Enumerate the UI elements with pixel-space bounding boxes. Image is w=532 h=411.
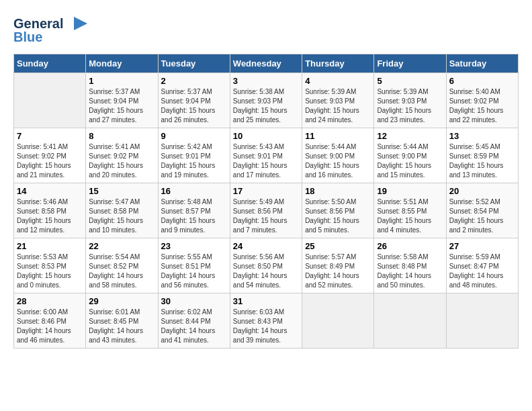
- day-info: Sunrise: 5:44 AMSunset: 9:00 PMDaylight:…: [377, 142, 443, 180]
- calendar-cell: 4Sunrise: 5:39 AMSunset: 9:03 PMDaylight…: [302, 73, 374, 128]
- day-number: 3: [233, 76, 299, 86]
- svg-marker-2: [74, 17, 87, 30]
- calendar-cell: 19Sunrise: 5:51 AMSunset: 8:55 PMDayligh…: [374, 183, 446, 238]
- calendar-cell: 29Sunrise: 6:01 AMSunset: 8:45 PMDayligh…: [86, 293, 158, 349]
- calendar-cell: 1Sunrise: 5:37 AMSunset: 9:04 PMDaylight…: [86, 73, 158, 128]
- logo: General Blue: [13, 13, 87, 47]
- day-number: 1: [89, 76, 154, 86]
- day-info: Sunrise: 5:40 AMSunset: 9:02 PMDaylight:…: [449, 87, 515, 125]
- calendar-cell: 17Sunrise: 5:49 AMSunset: 8:56 PMDayligh…: [230, 183, 302, 238]
- day-number: 23: [161, 241, 227, 251]
- day-info: Sunrise: 6:02 AMSunset: 8:44 PMDaylight:…: [161, 308, 227, 345]
- calendar-cell: 2Sunrise: 5:37 AMSunset: 9:04 PMDaylight…: [158, 73, 230, 128]
- day-info: Sunrise: 5:59 AMSunset: 8:47 PMDaylight:…: [449, 253, 515, 290]
- svg-text:Blue: Blue: [13, 30, 42, 44]
- day-number: 13: [449, 131, 515, 141]
- day-info: Sunrise: 5:58 AMSunset: 8:48 PMDaylight:…: [377, 253, 443, 290]
- calendar-cell: 27Sunrise: 5:59 AMSunset: 8:47 PMDayligh…: [446, 238, 518, 293]
- day-info: Sunrise: 6:00 AMSunset: 8:46 PMDaylight:…: [17, 308, 83, 345]
- calendar-week-5: 28Sunrise: 6:00 AMSunset: 8:46 PMDayligh…: [14, 293, 519, 349]
- calendar-cell: 28Sunrise: 6:00 AMSunset: 8:46 PMDayligh…: [14, 293, 86, 349]
- calendar-week-1: 1Sunrise: 5:37 AMSunset: 9:04 PMDaylight…: [14, 73, 519, 128]
- day-number: 11: [305, 131, 371, 141]
- day-info: Sunrise: 5:53 AMSunset: 8:53 PMDaylight:…: [17, 253, 83, 290]
- day-number: 5: [377, 76, 443, 86]
- weekday-header-thursday: Thursday: [302, 54, 374, 73]
- day-number: 14: [17, 186, 83, 196]
- day-info: Sunrise: 5:52 AMSunset: 8:54 PMDaylight:…: [449, 197, 515, 235]
- svg-text:General: General: [13, 16, 63, 31]
- calendar-cell: 5Sunrise: 5:39 AMSunset: 9:03 PMDaylight…: [374, 73, 446, 128]
- day-info: Sunrise: 5:45 AMSunset: 8:59 PMDaylight:…: [449, 142, 515, 180]
- day-info: Sunrise: 5:41 AMSunset: 9:02 PMDaylight:…: [17, 142, 83, 180]
- calendar-cell: 6Sunrise: 5:40 AMSunset: 9:02 PMDaylight…: [446, 73, 518, 128]
- calendar-cell: [374, 293, 446, 349]
- calendar-cell: 26Sunrise: 5:58 AMSunset: 8:48 PMDayligh…: [374, 238, 446, 293]
- calendar-cell: 7Sunrise: 5:41 AMSunset: 9:02 PMDaylight…: [14, 128, 86, 183]
- calendar-cell: 12Sunrise: 5:44 AMSunset: 9:00 PMDayligh…: [374, 128, 446, 183]
- calendar-week-3: 14Sunrise: 5:46 AMSunset: 8:58 PMDayligh…: [14, 183, 519, 238]
- day-info: Sunrise: 5:39 AMSunset: 9:03 PMDaylight:…: [305, 87, 371, 125]
- day-info: Sunrise: 5:56 AMSunset: 8:50 PMDaylight:…: [233, 253, 299, 290]
- weekday-header-sunday: Sunday: [14, 54, 86, 73]
- calendar-cell: [14, 73, 86, 128]
- day-number: 22: [89, 241, 154, 251]
- day-number: 25: [305, 241, 371, 251]
- day-info: Sunrise: 5:44 AMSunset: 9:00 PMDaylight:…: [305, 142, 371, 180]
- day-number: 30: [161, 296, 227, 306]
- day-info: Sunrise: 5:39 AMSunset: 9:03 PMDaylight:…: [377, 87, 443, 125]
- day-number: 6: [449, 76, 515, 86]
- calendar-cell: 18Sunrise: 5:50 AMSunset: 8:56 PMDayligh…: [302, 183, 374, 238]
- day-number: 15: [89, 186, 154, 196]
- day-info: Sunrise: 5:46 AMSunset: 8:58 PMDaylight:…: [17, 197, 83, 235]
- calendar-cell: 13Sunrise: 5:45 AMSunset: 8:59 PMDayligh…: [446, 128, 518, 183]
- day-number: 24: [233, 241, 299, 251]
- day-info: Sunrise: 5:47 AMSunset: 8:58 PMDaylight:…: [89, 197, 154, 235]
- day-info: Sunrise: 5:41 AMSunset: 9:02 PMDaylight:…: [89, 142, 154, 180]
- calendar-week-4: 21Sunrise: 5:53 AMSunset: 8:53 PMDayligh…: [14, 238, 519, 293]
- calendar-cell: 3Sunrise: 5:38 AMSunset: 9:03 PMDaylight…: [230, 73, 302, 128]
- weekday-header-tuesday: Tuesday: [158, 54, 230, 73]
- day-info: Sunrise: 5:43 AMSunset: 9:01 PMDaylight:…: [233, 142, 299, 180]
- weekday-header-monday: Monday: [86, 54, 158, 73]
- day-info: Sunrise: 5:42 AMSunset: 9:01 PMDaylight:…: [161, 142, 227, 180]
- day-number: 20: [449, 186, 515, 196]
- calendar-cell: [446, 293, 518, 349]
- day-number: 2: [161, 76, 227, 86]
- calendar-cell: 21Sunrise: 5:53 AMSunset: 8:53 PMDayligh…: [14, 238, 86, 293]
- calendar-cell: 24Sunrise: 5:56 AMSunset: 8:50 PMDayligh…: [230, 238, 302, 293]
- day-number: 21: [17, 241, 83, 251]
- calendar-cell: 30Sunrise: 6:02 AMSunset: 8:44 PMDayligh…: [158, 293, 230, 349]
- day-info: Sunrise: 5:49 AMSunset: 8:56 PMDaylight:…: [233, 197, 299, 235]
- day-info: Sunrise: 6:03 AMSunset: 8:43 PMDaylight:…: [233, 308, 299, 345]
- calendar-cell: 25Sunrise: 5:57 AMSunset: 8:49 PMDayligh…: [302, 238, 374, 293]
- day-info: Sunrise: 5:38 AMSunset: 9:03 PMDaylight:…: [233, 87, 299, 125]
- calendar-cell: [302, 293, 374, 349]
- calendar-cell: 11Sunrise: 5:44 AMSunset: 9:00 PMDayligh…: [302, 128, 374, 183]
- calendar-cell: 20Sunrise: 5:52 AMSunset: 8:54 PMDayligh…: [446, 183, 518, 238]
- day-info: Sunrise: 5:50 AMSunset: 8:56 PMDaylight:…: [305, 197, 371, 235]
- day-info: Sunrise: 6:01 AMSunset: 8:45 PMDaylight:…: [89, 308, 154, 345]
- day-info: Sunrise: 5:37 AMSunset: 9:04 PMDaylight:…: [89, 87, 154, 125]
- day-info: Sunrise: 5:55 AMSunset: 8:51 PMDaylight:…: [161, 253, 227, 290]
- weekday-header-wednesday: Wednesday: [230, 54, 302, 73]
- calendar-cell: 23Sunrise: 5:55 AMSunset: 8:51 PMDayligh…: [158, 238, 230, 293]
- calendar-cell: 14Sunrise: 5:46 AMSunset: 8:58 PMDayligh…: [14, 183, 86, 238]
- day-number: 31: [233, 296, 299, 306]
- day-info: Sunrise: 5:57 AMSunset: 8:49 PMDaylight:…: [305, 253, 371, 290]
- calendar-cell: 15Sunrise: 5:47 AMSunset: 8:58 PMDayligh…: [86, 183, 158, 238]
- calendar-table: SundayMondayTuesdayWednesdayThursdayFrid…: [13, 54, 519, 349]
- day-info: Sunrise: 5:51 AMSunset: 8:55 PMDaylight:…: [377, 197, 443, 235]
- day-number: 16: [161, 186, 227, 196]
- day-info: Sunrise: 5:48 AMSunset: 8:57 PMDaylight:…: [161, 197, 227, 235]
- calendar-cell: 9Sunrise: 5:42 AMSunset: 9:01 PMDaylight…: [158, 128, 230, 183]
- day-info: Sunrise: 5:37 AMSunset: 9:04 PMDaylight:…: [161, 87, 227, 125]
- calendar-cell: 16Sunrise: 5:48 AMSunset: 8:57 PMDayligh…: [158, 183, 230, 238]
- day-number: 29: [89, 296, 154, 306]
- weekday-header-friday: Friday: [374, 54, 446, 73]
- calendar-cell: 22Sunrise: 5:54 AMSunset: 8:52 PMDayligh…: [86, 238, 158, 293]
- day-number: 27: [449, 241, 515, 251]
- day-number: 7: [17, 131, 83, 141]
- day-number: 4: [305, 76, 371, 86]
- calendar-cell: 8Sunrise: 5:41 AMSunset: 9:02 PMDaylight…: [86, 128, 158, 183]
